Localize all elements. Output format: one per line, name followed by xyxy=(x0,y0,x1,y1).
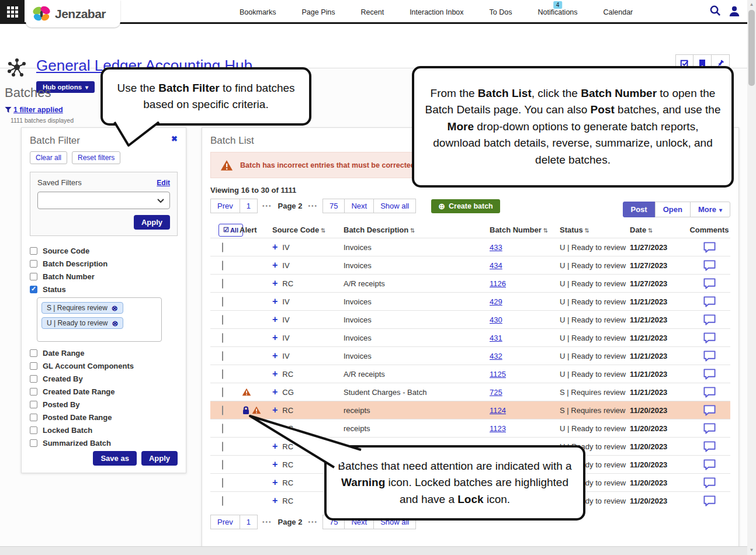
nav-item-bookmarks[interactable]: Bookmarks xyxy=(227,0,289,24)
checkbox-icon[interactable] xyxy=(30,260,37,268)
batch-number-link[interactable]: 434 xyxy=(490,261,502,270)
expand-plus-icon[interactable]: + xyxy=(272,369,278,379)
checkbox-icon[interactable] xyxy=(30,414,37,421)
comment-icon[interactable] xyxy=(703,495,716,507)
brand-logo[interactable]: Jenzabar xyxy=(26,0,120,27)
user-icon[interactable] xyxy=(729,5,740,17)
filter-checkbox-date-range[interactable]: Date Range xyxy=(30,346,178,359)
row-checkbox[interactable] xyxy=(222,405,223,415)
close-icon[interactable]: ✖ xyxy=(171,135,178,143)
row-checkbox[interactable] xyxy=(222,242,223,252)
nav-item-notifications[interactable]: 4Notifications xyxy=(525,0,590,24)
comment-icon[interactable] xyxy=(703,440,716,453)
row-checkbox[interactable] xyxy=(222,261,223,270)
nav-item-recent[interactable]: Recent xyxy=(348,0,397,24)
row-checkbox[interactable] xyxy=(222,424,223,433)
checkbox-icon[interactable] xyxy=(30,375,37,383)
comment-icon[interactable] xyxy=(703,404,716,417)
row-checkbox[interactable] xyxy=(222,387,223,397)
batch-number-link[interactable]: 433 xyxy=(490,243,502,252)
comment-icon[interactable] xyxy=(703,350,716,362)
clear-all-button[interactable]: Clear all xyxy=(30,151,67,164)
comment-icon[interactable] xyxy=(703,296,716,308)
open-button[interactable]: Open xyxy=(655,202,691,217)
expand-plus-icon[interactable]: + xyxy=(272,496,278,505)
checkbox-icon[interactable] xyxy=(30,426,37,434)
nav-item-calendar[interactable]: Calendar xyxy=(591,0,646,24)
col-batch-description[interactable]: Batch Description xyxy=(344,226,490,234)
filter-checkbox-created-date-range[interactable]: Created Date Range xyxy=(30,385,178,398)
row-checkbox[interactable] xyxy=(222,478,223,488)
next-button[interactable]: Next xyxy=(344,199,374,213)
last-page-button[interactable]: 75 xyxy=(322,199,345,213)
expand-plus-icon[interactable]: + xyxy=(272,387,278,397)
expand-plus-icon[interactable]: + xyxy=(272,279,278,288)
saved-filters-select[interactable] xyxy=(37,192,170,209)
prev-button[interactable]: Prev xyxy=(210,515,240,529)
comment-icon[interactable] xyxy=(703,332,716,344)
scroll-down-arrow[interactable]: ▼ xyxy=(747,546,756,555)
col-batch-number[interactable]: Batch Number xyxy=(490,226,560,234)
expand-plus-icon[interactable]: + xyxy=(272,297,278,306)
comment-icon[interactable] xyxy=(703,368,716,380)
save-as-button[interactable]: Save as xyxy=(93,451,136,466)
filter-checkbox-status[interactable]: Status xyxy=(30,283,178,296)
comment-icon[interactable] xyxy=(703,459,716,471)
expand-plus-icon[interactable]: + xyxy=(272,261,278,270)
row-checkbox[interactable] xyxy=(222,315,223,325)
checkbox-icon[interactable] xyxy=(30,439,37,447)
batch-number-link[interactable]: 431 xyxy=(490,334,502,342)
nav-item-interaction-inbox[interactable]: Interaction Inbox xyxy=(397,0,476,24)
filter-checkbox-batch-number[interactable]: Batch Number xyxy=(30,270,178,283)
comment-icon[interactable] xyxy=(703,422,716,435)
filter-checkbox-created-by[interactable]: Created By xyxy=(30,372,178,385)
comment-icon[interactable] xyxy=(703,259,716,272)
filter-applied-link[interactable]: 1 filter applied xyxy=(5,106,63,114)
post-button[interactable]: Post xyxy=(623,202,656,217)
nav-item-page-pins[interactable]: Page Pins xyxy=(289,0,348,24)
batch-number-link[interactable]: 1123 xyxy=(490,424,506,433)
batch-number-link[interactable]: 430 xyxy=(490,315,502,324)
row-checkbox[interactable] xyxy=(222,297,223,307)
checkbox-icon[interactable] xyxy=(30,388,37,396)
filter-apply-button[interactable]: Apply xyxy=(141,451,178,466)
checkbox-icon[interactable] xyxy=(30,401,37,408)
filter-checkbox-source-code[interactable]: Source Code xyxy=(30,244,178,257)
batch-number-link[interactable]: 725 xyxy=(490,388,502,397)
batch-number-link[interactable]: 432 xyxy=(490,352,502,360)
checkbox-icon[interactable] xyxy=(30,362,37,370)
search-icon[interactable] xyxy=(709,5,722,17)
batch-number-link[interactable]: 429 xyxy=(490,297,502,306)
row-checkbox[interactable] xyxy=(222,442,223,452)
checkbox-icon[interactable] xyxy=(30,273,37,280)
filter-checkbox-posted-by[interactable]: Posted By xyxy=(30,398,178,411)
edit-link[interactable]: Edit xyxy=(157,179,170,187)
prev-button[interactable]: Prev xyxy=(210,199,240,213)
filter-checkbox-posted-date-range[interactable]: Posted Date Range xyxy=(30,411,178,424)
filter-checkbox-gl-account-components[interactable]: GL Account Components xyxy=(30,359,178,372)
more-dropdown-button[interactable]: More xyxy=(690,202,730,217)
row-checkbox[interactable] xyxy=(222,369,223,379)
filter-checkbox-batch-description[interactable]: Batch Description xyxy=(30,257,178,270)
row-checkbox[interactable] xyxy=(222,460,223,470)
comment-icon[interactable] xyxy=(703,241,716,254)
nav-item-to-dos[interactable]: To Dos xyxy=(477,0,525,24)
row-checkbox[interactable] xyxy=(222,279,223,289)
checkbox-icon[interactable] xyxy=(30,247,37,255)
col-source-code[interactable]: Source Code xyxy=(272,226,344,234)
row-checkbox[interactable] xyxy=(222,333,223,343)
remove-chip-icon[interactable]: ⊗ xyxy=(112,304,118,312)
checkbox-icon[interactable] xyxy=(30,349,37,357)
col-date[interactable]: Date xyxy=(630,226,688,234)
page-1-button[interactable]: 1 xyxy=(240,515,258,529)
comment-icon[interactable] xyxy=(703,386,716,398)
create-batch-button[interactable]: ⊕ Create batch xyxy=(431,199,500,213)
batch-number-link[interactable]: 1125 xyxy=(490,370,506,379)
batch-number-link[interactable]: 1124 xyxy=(490,406,506,415)
comment-icon[interactable] xyxy=(703,477,716,489)
expand-plus-icon[interactable]: + xyxy=(272,315,278,324)
batch-number-link[interactable]: 1126 xyxy=(490,279,506,288)
expand-plus-icon[interactable]: + xyxy=(272,351,278,360)
comment-icon[interactable] xyxy=(703,314,716,326)
row-checkbox[interactable] xyxy=(222,351,223,361)
